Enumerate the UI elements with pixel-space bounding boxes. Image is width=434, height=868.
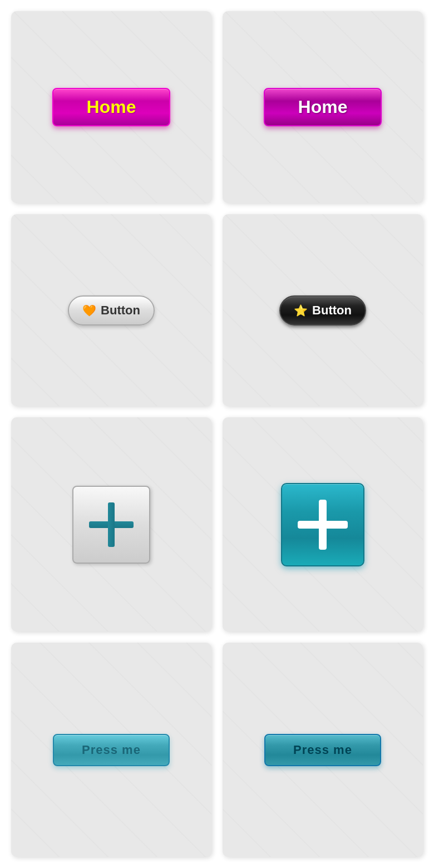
plus-teal-button[interactable] — [281, 483, 364, 566]
star-icon-dark: ⭐ — [294, 304, 308, 317]
card-plus-light — [11, 417, 211, 632]
card-press-light: Press me — [11, 643, 211, 857]
plus-vertical-light — [108, 502, 115, 547]
card-press-dark: Press me — [223, 643, 423, 857]
star-icon: 🧡 — [82, 304, 96, 317]
button-dark-label: Button — [312, 303, 352, 318]
press-me-dark-button[interactable]: Press me — [264, 734, 381, 766]
press-me-light-button[interactable]: Press me — [53, 734, 170, 766]
card-home-white: Home — [223, 11, 423, 203]
card-button-light: 🧡 Button — [11, 214, 211, 406]
button-dark-star[interactable]: ⭐ Button — [279, 295, 366, 326]
button-light-label: Button — [101, 303, 140, 318]
card-home-yellow: Home — [11, 11, 211, 203]
button-light-star[interactable]: 🧡 Button — [68, 295, 155, 326]
home-yellow-button[interactable]: Home — [52, 88, 171, 126]
plus-vertical-teal — [319, 500, 327, 550]
card-button-dark: ⭐ Button — [223, 214, 423, 406]
card-plus-teal — [223, 417, 423, 632]
home-white-button[interactable]: Home — [264, 88, 382, 126]
plus-light-button[interactable] — [72, 486, 150, 564]
